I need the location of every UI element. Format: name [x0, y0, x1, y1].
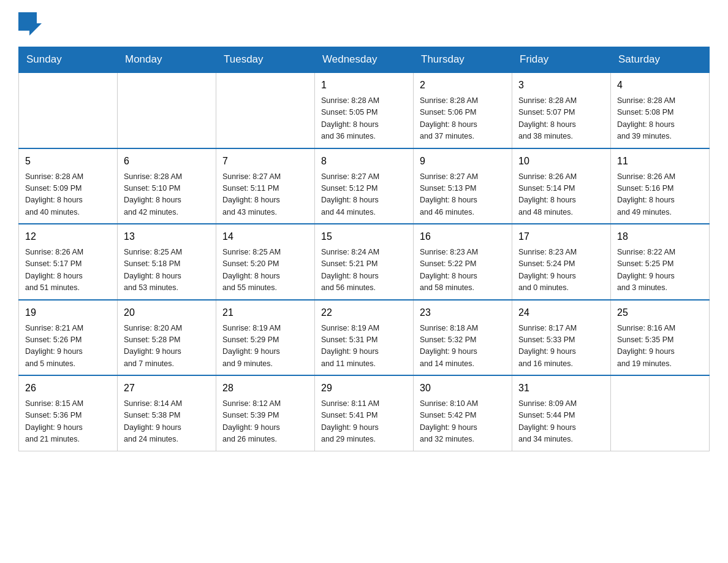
day-number: 11 [617, 154, 703, 169]
day-info: Sunrise: 8:17 AMSunset: 5:33 PMDaylight:… [518, 323, 604, 370]
day-info: Sunrise: 8:26 AMSunset: 5:16 PMDaylight:… [617, 171, 703, 219]
calendar-cell: 24Sunrise: 8:17 AMSunset: 5:33 PMDayligh… [512, 300, 611, 376]
calendar-cell: 17Sunrise: 8:23 AMSunset: 5:24 PMDayligh… [512, 224, 611, 300]
calendar-cell: 1Sunrise: 8:28 AMSunset: 5:05 PMDaylight… [315, 72, 414, 148]
calendar-cell [118, 72, 216, 148]
day-number: 9 [420, 154, 506, 169]
day-number: 31 [518, 381, 604, 396]
day-info: Sunrise: 8:25 AMSunset: 5:18 PMDaylight:… [124, 247, 210, 294]
svg-rect-1 [18, 12, 37, 23]
calendar-cell: 3Sunrise: 8:28 AMSunset: 5:07 PMDaylight… [512, 72, 611, 148]
day-info: Sunrise: 8:28 AMSunset: 5:05 PMDaylight:… [321, 95, 407, 143]
day-number: 16 [420, 229, 506, 244]
day-number: 21 [222, 305, 308, 320]
calendar-cell [611, 375, 710, 451]
calendar-cell: 10Sunrise: 8:26 AMSunset: 5:14 PMDayligh… [512, 148, 611, 224]
calendar-cell: 14Sunrise: 8:25 AMSunset: 5:20 PMDayligh… [216, 224, 315, 300]
header-friday: Friday [512, 47, 611, 73]
header-tuesday: Tuesday [216, 47, 315, 73]
day-info: Sunrise: 8:27 AMSunset: 5:13 PMDaylight:… [420, 171, 506, 219]
day-info: Sunrise: 8:28 AMSunset: 5:10 PMDaylight:… [124, 171, 210, 219]
calendar-cell: 18Sunrise: 8:22 AMSunset: 5:25 PMDayligh… [611, 224, 710, 300]
day-info: Sunrise: 8:15 AMSunset: 5:36 PMDaylight:… [25, 398, 111, 446]
calendar-cell: 27Sunrise: 8:14 AMSunset: 5:38 PMDayligh… [118, 375, 216, 451]
svg-marker-2 [29, 23, 42, 36]
day-info: Sunrise: 8:23 AMSunset: 5:24 PMDaylight:… [518, 247, 604, 294]
day-number: 6 [124, 154, 210, 169]
calendar-cell: 31Sunrise: 8:09 AMSunset: 5:44 PMDayligh… [512, 375, 611, 451]
day-info: Sunrise: 8:09 AMSunset: 5:44 PMDaylight:… [518, 398, 604, 446]
day-number: 18 [617, 229, 703, 244]
logo-icon [18, 12, 42, 40]
week-row-1: 5Sunrise: 8:28 AMSunset: 5:09 PMDaylight… [19, 148, 710, 224]
day-info: Sunrise: 8:28 AMSunset: 5:08 PMDaylight:… [617, 95, 703, 143]
day-number: 8 [321, 154, 407, 169]
calendar-cell: 8Sunrise: 8:27 AMSunset: 5:12 PMDaylight… [315, 148, 414, 224]
calendar-cell: 25Sunrise: 8:16 AMSunset: 5:35 PMDayligh… [611, 300, 710, 376]
header-sunday: Sunday [19, 47, 118, 73]
calendar-table: SundayMondayTuesdayWednesdayThursdayFrid… [18, 47, 710, 451]
day-number: 3 [518, 78, 604, 93]
day-info: Sunrise: 8:23 AMSunset: 5:22 PMDaylight:… [420, 247, 506, 294]
day-number: 2 [420, 78, 506, 93]
calendar-cell: 4Sunrise: 8:28 AMSunset: 5:08 PMDaylight… [611, 72, 710, 148]
calendar-cell [216, 72, 315, 148]
day-number: 13 [124, 229, 210, 244]
day-info: Sunrise: 8:10 AMSunset: 5:42 PMDaylight:… [420, 398, 506, 446]
calendar-cell: 5Sunrise: 8:28 AMSunset: 5:09 PMDaylight… [19, 148, 118, 224]
day-number: 10 [518, 154, 604, 169]
logo [18, 12, 45, 40]
calendar-cell: 6Sunrise: 8:28 AMSunset: 5:10 PMDaylight… [118, 148, 216, 224]
calendar-cell: 29Sunrise: 8:11 AMSunset: 5:41 PMDayligh… [315, 375, 414, 451]
day-info: Sunrise: 8:26 AMSunset: 5:17 PMDaylight:… [25, 247, 111, 294]
header-monday: Monday [118, 47, 216, 73]
day-info: Sunrise: 8:20 AMSunset: 5:28 PMDaylight:… [124, 323, 210, 370]
calendar-header-row: SundayMondayTuesdayWednesdayThursdayFrid… [19, 47, 710, 73]
day-number: 24 [518, 305, 604, 320]
calendar-cell: 20Sunrise: 8:20 AMSunset: 5:28 PMDayligh… [118, 300, 216, 376]
calendar-cell: 2Sunrise: 8:28 AMSunset: 5:06 PMDaylight… [414, 72, 512, 148]
day-info: Sunrise: 8:11 AMSunset: 5:41 PMDaylight:… [321, 398, 407, 446]
day-number: 23 [420, 305, 506, 320]
week-row-4: 26Sunrise: 8:15 AMSunset: 5:36 PMDayligh… [19, 375, 710, 451]
calendar-cell: 12Sunrise: 8:26 AMSunset: 5:17 PMDayligh… [19, 224, 118, 300]
day-info: Sunrise: 8:22 AMSunset: 5:25 PMDaylight:… [617, 247, 703, 294]
calendar-cell: 21Sunrise: 8:19 AMSunset: 5:29 PMDayligh… [216, 300, 315, 376]
day-number: 27 [124, 381, 210, 396]
day-number: 19 [25, 305, 111, 320]
day-number: 4 [617, 78, 703, 93]
day-info: Sunrise: 8:19 AMSunset: 5:31 PMDaylight:… [321, 323, 407, 370]
calendar-cell: 7Sunrise: 8:27 AMSunset: 5:11 PMDaylight… [216, 148, 315, 224]
header-saturday: Saturday [611, 47, 710, 73]
calendar-cell: 23Sunrise: 8:18 AMSunset: 5:32 PMDayligh… [414, 300, 512, 376]
day-info: Sunrise: 8:25 AMSunset: 5:20 PMDaylight:… [222, 247, 308, 294]
day-number: 29 [321, 381, 407, 396]
calendar-cell: 11Sunrise: 8:26 AMSunset: 5:16 PMDayligh… [611, 148, 710, 224]
day-number: 7 [222, 154, 308, 169]
calendar-cell [19, 72, 118, 148]
day-number: 15 [321, 229, 407, 244]
day-number: 12 [25, 229, 111, 244]
day-number: 26 [25, 381, 111, 396]
day-info: Sunrise: 8:18 AMSunset: 5:32 PMDaylight:… [420, 323, 506, 370]
day-info: Sunrise: 8:14 AMSunset: 5:38 PMDaylight:… [124, 398, 210, 446]
calendar-cell: 16Sunrise: 8:23 AMSunset: 5:22 PMDayligh… [414, 224, 512, 300]
day-number: 17 [518, 229, 604, 244]
header-thursday: Thursday [414, 47, 512, 73]
day-info: Sunrise: 8:28 AMSunset: 5:07 PMDaylight:… [518, 95, 604, 143]
page-header [18, 12, 710, 40]
day-number: 5 [25, 154, 111, 169]
calendar-cell: 15Sunrise: 8:24 AMSunset: 5:21 PMDayligh… [315, 224, 414, 300]
week-row-3: 19Sunrise: 8:21 AMSunset: 5:26 PMDayligh… [19, 300, 710, 376]
day-number: 20 [124, 305, 210, 320]
day-number: 28 [222, 381, 308, 396]
calendar-cell: 13Sunrise: 8:25 AMSunset: 5:18 PMDayligh… [118, 224, 216, 300]
header-wednesday: Wednesday [315, 47, 414, 73]
day-info: Sunrise: 8:16 AMSunset: 5:35 PMDaylight:… [617, 323, 703, 370]
day-info: Sunrise: 8:27 AMSunset: 5:12 PMDaylight:… [321, 171, 407, 219]
day-number: 1 [321, 78, 407, 93]
day-info: Sunrise: 8:12 AMSunset: 5:39 PMDaylight:… [222, 398, 308, 446]
day-number: 30 [420, 381, 506, 396]
day-info: Sunrise: 8:27 AMSunset: 5:11 PMDaylight:… [222, 171, 308, 219]
day-number: 22 [321, 305, 407, 320]
